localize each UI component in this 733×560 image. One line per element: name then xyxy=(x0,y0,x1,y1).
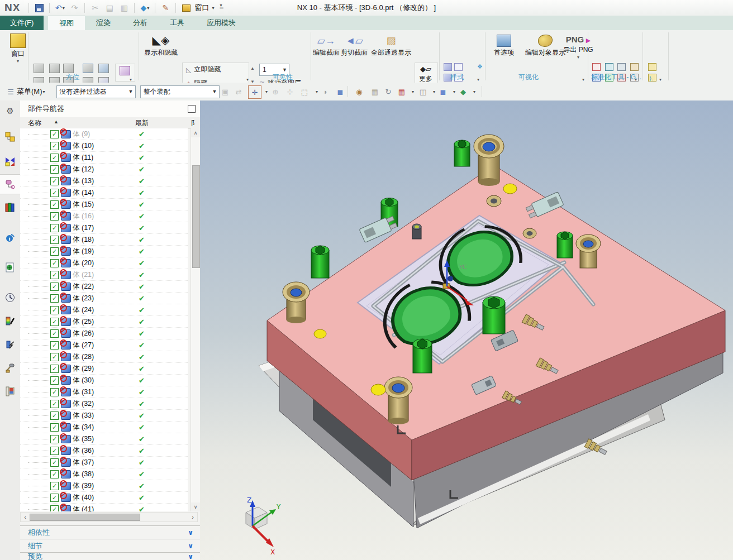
section-preview[interactable]: 预览 ∨ xyxy=(20,552,200,560)
visibility-checkbox[interactable]: ✓ xyxy=(50,259,59,267)
tree-row-label[interactable]: 体 (29) xyxy=(73,364,94,374)
group-dialog-launcher[interactable]: ▾ xyxy=(477,77,479,82)
window-big-button[interactable]: 窗口 ▾ xyxy=(2,33,34,64)
tree-row[interactable]: ✓体 (18)✔ xyxy=(20,234,188,246)
tree-row-label[interactable]: 体 (20) xyxy=(73,259,94,268)
scroll-up-arrow[interactable]: ∧ xyxy=(191,128,200,137)
group-dialog-launcher[interactable]: ▾ xyxy=(582,77,584,82)
render-style-icon[interactable]: ◼ xyxy=(437,85,449,98)
tree-row-label[interactable]: 体 (18) xyxy=(73,235,94,245)
tree-row[interactable]: ✓体 (32)✔ xyxy=(20,398,188,410)
measure-icon[interactable]: ⊹ xyxy=(284,85,296,98)
visibility-checkbox[interactable]: ✓ xyxy=(50,365,59,373)
visibility-checkbox[interactable]: ✓ xyxy=(50,306,59,314)
tree-row-label[interactable]: 体 (11) xyxy=(73,153,93,162)
selection-filter-combo[interactable]: 没有选择过滤器▼ xyxy=(56,85,136,98)
model-small-bolt[interactable] xyxy=(412,224,421,239)
visibility-checkbox[interactable]: ✓ xyxy=(50,353,59,361)
tree-row-label[interactable]: 体 (21) xyxy=(73,270,94,280)
visibility-checkbox[interactable]: ✓ xyxy=(50,388,59,396)
tree-row-label[interactable]: 体 (41) xyxy=(73,505,94,512)
section-dependencies[interactable]: 相依性 ∨ xyxy=(20,525,200,539)
orient-view-icon[interactable] xyxy=(120,66,130,75)
tree-row-label[interactable]: 体 (13) xyxy=(73,176,94,186)
view-isometric-icon[interactable] xyxy=(49,64,60,73)
visibility-checkbox[interactable]: ✓ xyxy=(50,447,59,455)
visibility-checkbox[interactable]: ✓ xyxy=(50,423,59,432)
tree-row-label[interactable]: 体 (40) xyxy=(73,493,94,502)
cut-button[interactable]: ✂ xyxy=(89,2,101,14)
visibility-checkbox[interactable]: ✓ xyxy=(50,130,59,138)
group-dialog-launcher[interactable]: ▾ xyxy=(635,77,637,82)
tree-row-label[interactable]: 体 (15) xyxy=(73,200,94,209)
see-thru-all-button[interactable]: ▨ 全部通透显示 xyxy=(368,35,415,58)
solid-body-icon[interactable]: ◗ xyxy=(320,85,332,98)
visibility-checkbox[interactable]: ✓ xyxy=(50,189,59,197)
tree-row-label[interactable]: 体 (28) xyxy=(73,352,94,362)
tree-row[interactable]: ✓体 (39)✔ xyxy=(20,480,188,492)
visibility-checkbox[interactable]: ✓ xyxy=(50,341,59,350)
group-dialog-launcher[interactable]: ▾ xyxy=(659,77,661,82)
immediate-hide-button[interactable]: ◺立即隐藏 xyxy=(186,65,221,74)
tree-row[interactable]: ✓体 (29)✔ xyxy=(20,363,188,375)
tree-row[interactable]: ✓体 (35)✔ xyxy=(20,433,188,445)
tree-row-label[interactable]: 体 (22) xyxy=(73,282,94,291)
visibility-checkbox[interactable]: ✓ xyxy=(50,329,59,338)
manufacturing-wizard-button[interactable] xyxy=(0,358,20,377)
visibility-checkbox[interactable]: ✓ xyxy=(50,318,59,326)
graphics-window[interactable]: YC Z Y X xyxy=(200,100,733,560)
tab-file[interactable]: 文件(F) xyxy=(0,16,44,30)
visibility-checkbox[interactable]: ✓ xyxy=(50,224,59,232)
paste-button[interactable]: ▥ xyxy=(118,2,130,14)
tree-row-label[interactable]: 体 (30) xyxy=(73,376,94,385)
tree-row-label[interactable]: 体 (16) xyxy=(73,212,94,221)
redo-button[interactable]: ↷ xyxy=(68,2,80,14)
gallery-scroll-up[interactable]: ▲ xyxy=(250,66,255,71)
tree-row[interactable]: ✓体 (41)✔ xyxy=(20,504,188,511)
visibility-checkbox[interactable]: ✓ xyxy=(50,236,59,244)
point-dialog-icon[interactable]: ⊕ xyxy=(269,85,282,98)
tree-row[interactable]: ✓体 (22)✔ xyxy=(20,281,188,293)
visibility-checkbox[interactable]: ✓ xyxy=(50,177,59,185)
group-dialog-launcher[interactable]: ▾ xyxy=(427,77,429,82)
tree-row-label[interactable]: 体 (27) xyxy=(73,341,94,350)
tree-row[interactable]: ✓体 (13)✔ xyxy=(20,175,188,187)
part-navigator-button[interactable] xyxy=(0,174,21,194)
section-details[interactable]: 细节 ∨ xyxy=(20,539,200,552)
tree-vertical-scrollbar[interactable]: ∧ ∨ xyxy=(191,128,200,511)
visibility-checkbox[interactable]: ✓ xyxy=(50,435,59,443)
roles-button[interactable] xyxy=(0,382,20,401)
visibility-checkbox[interactable]: ✓ xyxy=(50,458,59,467)
tree-row-label[interactable]: 体 (35) xyxy=(73,434,94,444)
tree-row[interactable]: ✓体 (31)✔ xyxy=(20,386,188,398)
tab-analysis[interactable]: 分析 xyxy=(122,16,159,30)
fit-view-icon[interactable] xyxy=(83,64,93,73)
pan-view-icon[interactable]: ▦ xyxy=(369,85,381,98)
tree-row[interactable]: ✓体 (19)✔ xyxy=(20,246,188,257)
tree-row-label[interactable]: 体 (37) xyxy=(73,458,94,467)
visibility-checkbox[interactable]: ✓ xyxy=(50,294,59,303)
chevron-down-icon[interactable]: ▾ xyxy=(468,85,480,98)
fit-window-icon[interactable]: ◉ xyxy=(353,85,365,98)
clip-section-button[interactable]: ◄▱ 剪切截面 xyxy=(339,35,370,58)
tree-row[interactable]: ✓体 (40)✔ xyxy=(20,492,188,504)
tree-row-label[interactable]: 体 (17) xyxy=(73,223,94,233)
tab-render[interactable]: 渲染 xyxy=(85,16,122,30)
column-extra-clipped[interactable]: 阝 xyxy=(191,118,199,128)
tree-row-label[interactable]: 体 (24) xyxy=(73,305,94,315)
export-png-button[interactable]: PNG ▶ 导出 PNG ▾ xyxy=(559,35,598,60)
tree-row[interactable]: ✓体 (10)✔ xyxy=(20,140,188,152)
snap-point-button[interactable]: ✛ xyxy=(248,85,261,99)
column-name[interactable]: 名称 xyxy=(28,118,41,128)
tree-row-label[interactable]: 体 (36) xyxy=(73,446,94,456)
menu-button[interactable]: 菜单(M) xyxy=(17,87,42,97)
std-tool-icon-1[interactable] xyxy=(592,63,601,71)
tree-row-label[interactable]: 体 (23) xyxy=(73,294,94,303)
selection-scope-combo[interactable]: 整个装配▼ xyxy=(140,85,220,98)
visibility-checkbox[interactable]: ✓ xyxy=(50,482,59,490)
tree-row[interactable]: ✓体 (38)✔ xyxy=(20,468,188,480)
tree-row[interactable]: ✓体 (24)✔ xyxy=(20,304,188,316)
std-tool-icon-9[interactable] xyxy=(648,63,656,71)
tree-row[interactable]: ✓体 (14)✔ xyxy=(20,187,188,199)
tree-row-label[interactable]: 体 (34) xyxy=(73,423,94,432)
